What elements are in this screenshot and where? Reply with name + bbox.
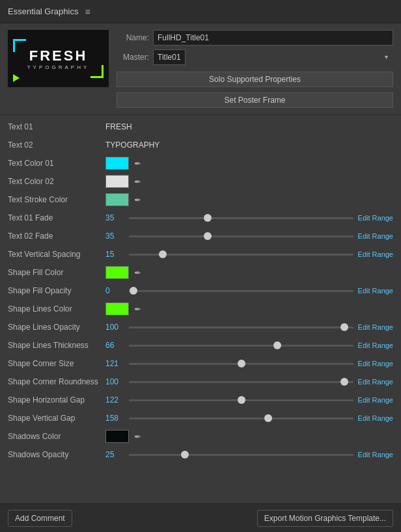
slider-thumb-shape-corner-roundness[interactable]: [340, 378, 348, 386]
master-select-wrapper: Title01 Title02: [153, 49, 393, 65]
prop-row-text01: Text 01FRESH: [0, 118, 401, 136]
slider-thumb-shape-horizontal-gap[interactable]: [238, 396, 245, 404]
slider-track-text01-fade[interactable]: [129, 217, 353, 219]
eyedropper-icon-text-color-02[interactable]: ✒: [134, 177, 141, 187]
prop-value-text02-fade: 35: [105, 232, 126, 241]
color-swatch-shape-fill-color[interactable]: [105, 266, 129, 279]
color-swatch-shape-lines-color[interactable]: [105, 302, 129, 315]
slider-thumb-shape-corner-size[interactable]: [238, 360, 245, 367]
prop-row-text-stroke-color: Text Stroke Color✒: [0, 191, 401, 209]
eyedropper-icon-text-color-01[interactable]: ✒: [134, 159, 141, 168]
name-input[interactable]: [153, 30, 393, 46]
prop-value-text01-fade: 35: [105, 213, 126, 222]
edit-range-text-vertical-spacing[interactable]: Edit Range: [357, 250, 393, 258]
prop-value-shape-corner-roundness: 100: [105, 377, 126, 386]
edit-range-shape-horizontal-gap[interactable]: Edit Range: [357, 396, 393, 404]
prop-row-shape-lines-opacity: Shape Lines Opacity100Edit Range: [0, 318, 401, 336]
slider-thumb-text02-fade[interactable]: [204, 232, 212, 240]
prop-value-shape-fill-opacity: 0: [105, 286, 126, 295]
solo-supported-properties-button[interactable]: Solo Supported Properties: [117, 72, 393, 87]
prop-label-text-color-01: Text Color 01: [8, 159, 105, 168]
preview-text-fresh: FRESH: [29, 47, 88, 64]
master-row: Master: Title01 Title02: [117, 49, 393, 65]
slider-track-shape-vertical-gap[interactable]: [129, 418, 353, 419]
slider-thumb-shape-lines-thickness[interactable]: [273, 341, 281, 349]
prop-row-shape-corner-roundness: Shape Corner Roundness100Edit Range: [0, 373, 401, 391]
eyedropper-icon-shape-lines-color[interactable]: ✒: [134, 304, 141, 314]
slider-track-shadows-opacity[interactable]: [129, 454, 353, 456]
edit-range-shape-corner-roundness[interactable]: Edit Range: [357, 378, 393, 386]
slider-track-shape-lines-opacity[interactable]: [129, 326, 353, 328]
preview-text-typography: TYPOGRAPHY: [27, 64, 90, 70]
slider-thumb-text01-fade[interactable]: [204, 214, 212, 222]
edit-range-shadows-opacity[interactable]: Edit Range: [357, 451, 393, 459]
prop-value-shape-lines-thickness: 66: [105, 341, 126, 350]
prop-label-shape-fill-opacity: Shape Fill Opacity: [8, 286, 105, 295]
color-swatch-shadows-color[interactable]: [105, 430, 129, 443]
slider-container-shape-vertical-gap: [129, 418, 353, 419]
edit-range-shape-corner-size[interactable]: Edit Range: [357, 360, 393, 367]
prop-row-text02: Text 02TYPOGRAPHY: [0, 136, 401, 154]
name-label: Name:: [117, 33, 149, 42]
edit-range-shape-lines-opacity[interactable]: Edit Range: [357, 323, 393, 331]
prop-row-text-color-02: Text Color 02✒: [0, 172, 401, 191]
slider-thumb-shape-fill-opacity[interactable]: [130, 287, 137, 295]
slider-track-shape-corner-roundness[interactable]: [129, 381, 353, 383]
footer: Add Comment Export Motion Graphics Templ…: [0, 503, 401, 532]
eyedropper-icon-shadows-color[interactable]: ✒: [134, 432, 141, 442]
prop-label-text-color-02: Text Color 02: [8, 177, 105, 186]
prop-label-text01: Text 01: [8, 122, 105, 131]
slider-thumb-shape-vertical-gap[interactable]: [264, 414, 272, 422]
slider-track-shape-fill-opacity[interactable]: [129, 290, 353, 292]
bracket-right-icon: [90, 65, 104, 78]
prop-row-shape-corner-size: Shape Corner Size121Edit Range: [0, 354, 401, 373]
top-section: FRESH TYPOGRAPHY Name: Master: Title01 T…: [0, 23, 401, 115]
slider-container-shape-corner-size: [129, 363, 353, 365]
prop-row-shadows-color: Shadows Color✒: [0, 427, 401, 446]
slider-thumb-shape-lines-opacity[interactable]: [340, 323, 348, 331]
master-label: Master:: [117, 53, 149, 62]
edit-range-shape-fill-opacity[interactable]: Edit Range: [357, 287, 393, 295]
slider-track-shape-corner-size[interactable]: [129, 363, 353, 365]
edit-range-text02-fade[interactable]: Edit Range: [357, 232, 393, 240]
slider-track-shape-lines-thickness[interactable]: [129, 345, 353, 347]
eyedropper-icon-text-stroke-color[interactable]: ✒: [134, 195, 141, 205]
slider-track-shape-horizontal-gap[interactable]: [129, 399, 353, 401]
prop-label-text-vertical-spacing: Text Vertical Spacing: [8, 250, 105, 259]
prop-value-text01[interactable]: FRESH: [105, 122, 132, 131]
preview-box: FRESH TYPOGRAPHY: [8, 30, 109, 87]
prop-value-text02[interactable]: TYPOGRAPHY: [105, 140, 159, 150]
slider-container-text01-fade: [129, 217, 353, 219]
slider-container-shape-lines-thickness: [129, 345, 353, 347]
prop-label-shape-fill-color: Shape Fill Color: [8, 268, 105, 277]
slider-track-text-vertical-spacing[interactable]: [129, 254, 353, 256]
menu-icon[interactable]: ≡: [85, 7, 90, 17]
add-comment-button[interactable]: Add Comment: [8, 510, 72, 527]
prop-value-shape-horizontal-gap: 122: [105, 395, 126, 405]
prop-label-text-stroke-color: Text Stroke Color: [8, 195, 105, 204]
edit-range-shape-lines-thickness[interactable]: Edit Range: [357, 341, 393, 349]
prop-label-shadows-color: Shadows Color: [8, 432, 105, 441]
prop-value-shape-corner-size: 121: [105, 359, 126, 368]
edit-range-shape-vertical-gap[interactable]: Edit Range: [357, 414, 393, 422]
color-swatch-text-color-01[interactable]: [105, 157, 129, 170]
prop-label-shape-vertical-gap: Shape Vertical Gap: [8, 414, 105, 423]
header: Essential Graphics ≡: [0, 0, 401, 23]
eyedropper-icon-shape-fill-color[interactable]: ✒: [134, 268, 141, 278]
color-swatch-text-color-02[interactable]: [105, 175, 129, 188]
main-content: FRESH TYPOGRAPHY Name: Master: Title01 T…: [0, 23, 401, 532]
master-select[interactable]: Title01 Title02: [153, 49, 186, 65]
name-master-section: Name: Master: Title01 Title02 Solo Suppo…: [117, 30, 393, 108]
prop-row-text02-fade: Text 02 Fade35Edit Range: [0, 227, 401, 245]
export-button[interactable]: Export Motion Graphics Template...: [257, 510, 393, 527]
prop-label-shape-corner-roundness: Shape Corner Roundness: [8, 377, 105, 386]
prop-label-text02-fade: Text 02 Fade: [8, 232, 105, 241]
prop-label-shape-lines-opacity: Shape Lines Opacity: [8, 323, 105, 332]
color-swatch-text-stroke-color[interactable]: [105, 193, 129, 206]
prop-row-text-vertical-spacing: Text Vertical Spacing15Edit Range: [0, 245, 401, 263]
edit-range-text01-fade[interactable]: Edit Range: [357, 214, 393, 222]
slider-thumb-shadows-opacity[interactable]: [181, 451, 189, 459]
set-poster-frame-button[interactable]: Set Poster Frame: [117, 92, 393, 108]
slider-track-text02-fade[interactable]: [129, 235, 353, 237]
slider-thumb-text-vertical-spacing[interactable]: [159, 250, 167, 258]
